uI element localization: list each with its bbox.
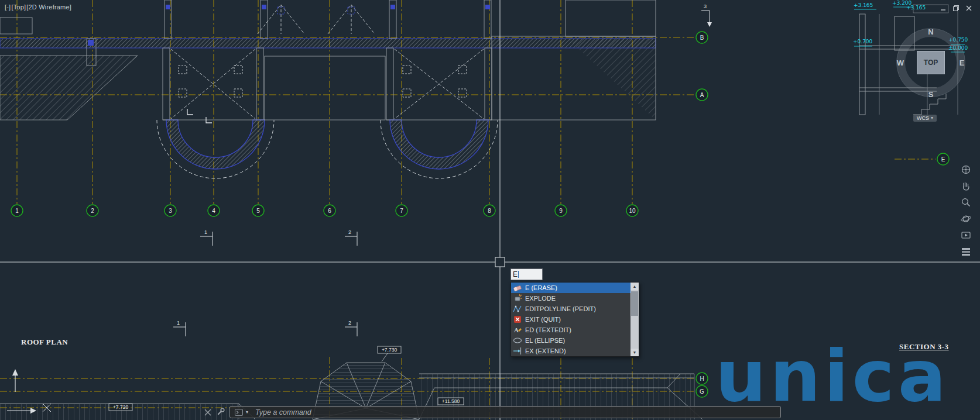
steering-wheel-icon[interactable]: [960, 164, 972, 175]
drawing-canvas[interactable]: +7.730 +7.720 +11.580 1 2 1 2 3 1 2 3 4 …: [0, 0, 980, 420]
svg-text:G: G: [700, 388, 704, 395]
autocomplete-item-editpolyline[interactable]: EDITPOLYLINE (PEDIT): [511, 304, 631, 314]
navigation-bar: [960, 164, 972, 257]
restore-button[interactable]: [952, 5, 960, 12]
viewcube-west[interactable]: W: [897, 58, 904, 67]
grid-bubbles: 1 2 3 4 5 6 7 8 9 10 B A E H G: [11, 32, 949, 397]
elevation-left-label: +7.720: [113, 404, 129, 410]
erase-icon: [513, 283, 522, 292]
wcs-label: WCS: [917, 115, 929, 121]
section-title: SECTION 3-3: [899, 342, 949, 352]
viewport-controls-menu[interactable]: [-]: [5, 4, 11, 11]
svg-text:8: 8: [488, 208, 491, 214]
recent-commands-caret[interactable]: ▾: [246, 410, 248, 415]
command-input[interactable]: E: [510, 268, 543, 280]
autocomplete-item-label: EX (EXTEND): [525, 347, 566, 354]
panel-icon[interactable]: [960, 246, 972, 257]
svg-text:4: 4: [212, 208, 215, 214]
svg-text:A: A: [514, 326, 519, 333]
svg-text:H: H: [700, 376, 704, 382]
scroll-down-icon: ▼: [633, 350, 637, 354]
svg-text:1: 1: [15, 208, 19, 214]
viewcube-east[interactable]: E: [960, 58, 965, 67]
svg-text:2: 2: [91, 208, 94, 214]
extend-icon: [513, 346, 522, 356]
viewcube-top-face[interactable]: TOP: [917, 51, 945, 74]
autocomplete-item-erase[interactable]: E (ERASE): [511, 283, 631, 293]
editpolyline-icon: [513, 304, 522, 314]
command-line[interactable]: ▾ Type a command: [229, 406, 781, 418]
wcs-selector[interactable]: WCS ▾: [913, 115, 937, 122]
viewcube-north[interactable]: N: [928, 27, 933, 36]
explode-icon: [513, 294, 522, 303]
orbit-icon[interactable]: [960, 213, 972, 225]
svg-text:5: 5: [256, 208, 260, 214]
autocomplete-item-explode[interactable]: EXPLODE: [511, 293, 631, 304]
dashed-construction: [171, 5, 484, 123]
autocomplete-rows: E (ERASE) EXPLODE: [511, 283, 631, 356]
svg-text:E: E: [941, 156, 945, 163]
scrollbar-thumb[interactable]: [631, 291, 638, 316]
svg-text:3: 3: [169, 208, 172, 214]
autocomplete-item-label: EXPLODE: [525, 295, 556, 302]
autocomplete-item-extend[interactable]: EX (EXTEND): [511, 346, 631, 356]
autocomplete-item-label: EXIT (QUIT): [525, 316, 561, 323]
floor-plan-walls: [0, 0, 656, 178]
scrollbar[interactable]: ▲ ▼: [631, 283, 639, 356]
showmotion-icon[interactable]: [960, 229, 972, 241]
svg-text:6: 6: [328, 208, 331, 214]
pickbox: [495, 257, 505, 267]
viewport-label: [-][Top][2D Wireframe]: [5, 4, 72, 11]
scroll-down-button[interactable]: ▼: [631, 349, 639, 356]
chevron-down-icon: ▾: [931, 116, 933, 121]
elevation-center-label: +11.580: [442, 398, 460, 404]
roof-plan-title: ROOF PLAN: [21, 338, 68, 347]
svg-text:10: 10: [629, 208, 636, 214]
minimize-button[interactable]: [939, 5, 947, 12]
command-prompt-icon[interactable]: [235, 408, 244, 416]
viewcube-south[interactable]: S: [928, 90, 934, 99]
dim-label: +3.165: [906, 5, 926, 11]
stairs-hatch: [265, 0, 656, 120]
svg-text:B: B: [700, 35, 704, 41]
svg-text:2: 2: [348, 320, 351, 326]
autocomplete-list: E (ERASE) EXPLODE: [510, 282, 639, 357]
close-button[interactable]: [965, 5, 973, 12]
svg-text:1: 1: [177, 320, 180, 326]
customize-wrench-icon[interactable]: [216, 407, 225, 416]
svg-text:9: 9: [559, 208, 563, 214]
centerlines: [0, 0, 936, 420]
autocomplete-item-ellipse[interactable]: EL (ELLIPSE): [511, 335, 631, 346]
command-autocomplete: E E (ERASE) EX: [510, 268, 639, 357]
autocomplete-item-label: EDITPOLYLINE (PEDIT): [525, 305, 596, 312]
textedit-icon: A: [513, 325, 522, 335]
command-input-placeholder[interactable]: Type a command: [255, 408, 311, 416]
viewcube[interactable]: N W E S TOP: [895, 26, 967, 99]
zoom-icon[interactable]: [960, 197, 972, 208]
window-controls: [939, 5, 973, 12]
autocomplete-item-exit[interactable]: EXIT (QUIT): [511, 314, 631, 325]
svg-text:7: 7: [400, 208, 403, 214]
scroll-up-button[interactable]: ▲: [631, 283, 639, 290]
pan-hand-icon[interactable]: [960, 180, 972, 192]
command-input-value: E: [513, 270, 518, 278]
svg-text:3: 3: [704, 4, 707, 9]
elevation-tower-label: +7.730: [382, 347, 398, 353]
close-commandline-icon[interactable]: [204, 409, 211, 416]
svg-text:1: 1: [204, 229, 207, 235]
viewport-visualstyle-menu[interactable]: [2D Wireframe]: [26, 4, 71, 11]
autocomplete-item-label: EL (ELLIPSE): [525, 337, 565, 344]
svg-text:A: A: [700, 92, 704, 98]
autocomplete-item-label: ED (TEXTEDIT): [525, 326, 571, 333]
ellipse-icon: [513, 336, 522, 345]
text-caret: [518, 271, 519, 278]
exit-icon: [513, 315, 522, 324]
dim-label: +0.700: [853, 39, 872, 44]
svg-text:2: 2: [348, 229, 351, 235]
viewport-view-menu[interactable]: [Top]: [11, 4, 26, 11]
scroll-up-icon: ▲: [633, 284, 637, 288]
dim-label: +3.165: [854, 2, 873, 8]
autocomplete-item-label: E (ERASE): [525, 284, 557, 291]
autocomplete-item-textedit[interactable]: A ED (TEXTEDIT): [511, 325, 631, 335]
